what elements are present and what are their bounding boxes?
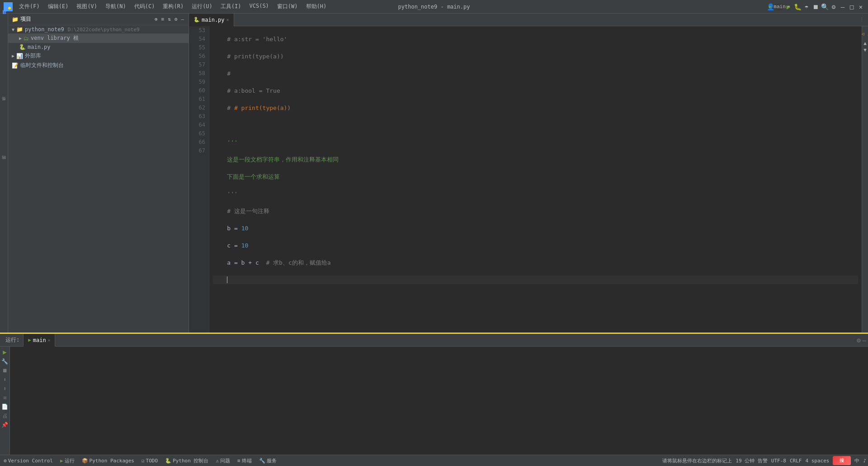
scroll-start-button[interactable]: ⬆	[3, 385, 6, 392]
status-run[interactable]: ▶ 运行	[58, 457, 76, 464]
version-control-label: Version Control	[8, 458, 53, 464]
code-line-67	[213, 276, 858, 284]
python-console-label: Python 控制台	[173, 457, 208, 464]
maximize-button[interactable]: □	[848, 3, 855, 10]
status-terminal[interactable]: ≡ 终端	[236, 457, 254, 464]
app-icon	[4, 2, 13, 11]
settings-tree-button[interactable]: ⚙	[174, 16, 179, 22]
venv-icon: 🗂	[24, 35, 29, 42]
run-tab-close[interactable]: ✕	[48, 338, 50, 342]
svg-point-1	[8, 7, 11, 10]
close-button[interactable]: ✕	[857, 3, 864, 10]
bottom-hide-button[interactable]: —	[863, 337, 866, 344]
tab-mainpy[interactable]: 🐍 main.py ✕	[189, 14, 234, 26]
run-config-toolbar[interactable]: ▶ main ▼	[776, 3, 783, 10]
tab-python-icon: 🐍	[193, 17, 200, 23]
gutter-arrow-down[interactable]: ▼	[863, 47, 867, 53]
python-console-icon: 🐍	[165, 458, 171, 464]
gutter-arrow-up[interactable]: ▲	[863, 40, 867, 46]
tree-item-venv[interactable]: ▶ 🗂 venv library 根	[8, 33, 189, 43]
tree-item-scratches[interactable]: 📝 临时文件和控制台	[8, 61, 189, 70]
encoding-label[interactable]: UTF-8	[771, 458, 786, 464]
run-tab-icon: ▶	[28, 337, 31, 343]
minimize-button[interactable]: —	[839, 3, 846, 10]
tree-item-root[interactable]: ▼ 📁 python_note9 D:\2022code\python_note…	[8, 25, 189, 33]
stop-run-button[interactable]: ⏹	[2, 367, 8, 374]
line-numbers: 53 54 55 56 57 58 59 60 61 62 63 64 65 6…	[189, 26, 209, 333]
wrap-output-button[interactable]: ≡	[3, 395, 6, 401]
code-content[interactable]: # a:str = 'hello' # print(type(a)) # # a…	[209, 26, 862, 333]
print-output-button[interactable]: 🖨	[2, 413, 8, 419]
status-services[interactable]: 🔧 服务	[257, 457, 278, 464]
hide-tree-button[interactable]: —	[180, 16, 185, 22]
tree-item-mainpy[interactable]: 🐍 main.py	[8, 43, 189, 51]
coverage-button[interactable]: ☂	[803, 3, 810, 10]
run-status-icon: ▶	[60, 458, 63, 464]
folder-icon: 📁	[16, 26, 23, 33]
expand-icon: ▼	[12, 27, 14, 32]
rerun-button[interactable]: 🔧	[1, 358, 8, 365]
menu-help[interactable]: 帮助(H)	[302, 2, 330, 11]
menu-navigate[interactable]: 导航(N)	[102, 2, 130, 11]
window-controls: 👤 ▶ main ▼ ▶ 🐛 ☂ ⏹ 🔍 ⚙ — □ ✕	[767, 3, 864, 10]
python-file-icon: 🐍	[19, 44, 26, 50]
todo-icon: ☑	[142, 458, 145, 464]
svg-point-0	[5, 4, 8, 7]
editor-tabs: 🐍 main.py ✕ ⋮	[189, 14, 868, 26]
code-line-64: b = 10	[213, 224, 858, 233]
main-layout: 项目 书签 结构 📁 项目 ⊕ ≡ ⇅ ⚙ — ▼ 📁 python_note9…	[0, 14, 868, 333]
locate-button[interactable]: ⊕	[154, 16, 159, 22]
project-icon[interactable]: 项目	[0, 15, 8, 19]
status-todo[interactable]: ☑ TODO	[140, 458, 160, 464]
menu-run[interactable]: 运行(U)	[188, 2, 216, 11]
status-problems[interactable]: ⚠ 问题	[214, 457, 232, 464]
tab-filename: main.py	[202, 17, 225, 23]
status-python-console[interactable]: 🐍 Python 控制台	[163, 457, 210, 464]
menu-window[interactable]: 窗口(W)	[274, 2, 302, 11]
scroll-end-button[interactable]: ⬇	[3, 376, 6, 383]
tree-item-external[interactable]: ▶ 📊 外部库	[8, 51, 189, 61]
terminal-area[interactable]	[10, 347, 868, 455]
menu-file[interactable]: 文件(F)	[15, 2, 43, 11]
code-line-54: # print(type(a))	[213, 52, 858, 61]
menu-view[interactable]: 视图(V)	[73, 2, 101, 11]
scratches-icon: 📝	[12, 62, 19, 69]
settings-button[interactable]: ⚙	[830, 3, 837, 10]
menu-vcs[interactable]: VCS(S)	[246, 2, 273, 11]
code-line-62: '''	[213, 190, 858, 198]
editor-more-button[interactable]: ⋮	[859, 17, 864, 23]
line-col-info: 19 公钟 告警	[736, 457, 768, 464]
status-python-packages[interactable]: 📦 Python Packages	[80, 458, 136, 464]
left-sidebar-icons: 项目 书签 结构	[0, 14, 8, 333]
code-editor[interactable]: 53 54 55 56 57 58 59 60 61 62 63 64 65 6…	[189, 26, 868, 333]
copy-output-button[interactable]: 📄	[1, 404, 8, 410]
collapse-button[interactable]: ≡	[160, 16, 165, 22]
status-version-control[interactable]: ⚙ Version Control	[2, 458, 55, 464]
run-button[interactable]: ▶	[785, 3, 792, 10]
run-again-button[interactable]: ▶	[3, 348, 6, 356]
tab-close-button[interactable]: ✕	[226, 17, 229, 22]
window-title: python_note9 - main.py	[398, 4, 470, 10]
stop-button[interactable]: ⏹	[812, 3, 819, 10]
menu-tools[interactable]: 工具(I)	[217, 2, 245, 11]
code-line-66: a = b + c # 求b、c的和，赋值给a	[213, 258, 858, 267]
bottom-content: ▶ 🔧 ⏹ ⬇ ⬆ ≡ 📄 🖨 📌	[0, 347, 868, 455]
expand-icon-venv: ▶	[19, 36, 22, 41]
search-button[interactable]: 🔍	[821, 3, 828, 10]
indent-label[interactable]: 4 spaces	[805, 458, 829, 464]
code-line-61: 下面是一个求和运算	[213, 172, 858, 181]
bottom-settings-button[interactable]: ⚙	[857, 337, 860, 344]
menu-edit[interactable]: 编辑(E)	[44, 2, 72, 11]
menu-code[interactable]: 代码(C)	[131, 2, 159, 11]
code-line-53: # a:str = 'hello'	[213, 35, 858, 43]
project-label: 项目	[20, 15, 152, 23]
sort-button[interactable]: ⇅	[167, 16, 172, 22]
pin-output-button[interactable]: 📌	[1, 422, 8, 428]
bottom-panel: 运行: ▶ main ✕ ⚙ — ▶ 🔧 ⏹ ⬇ ⬆ ≡ 📄 🖨 📌	[0, 333, 868, 455]
debug-button[interactable]: 🐛	[794, 3, 801, 10]
menu-refactor[interactable]: 重构(R)	[159, 2, 187, 11]
problems-icon: ⚠	[216, 458, 219, 464]
tab-main-run[interactable]: ▶ main ✕	[23, 334, 55, 347]
status-right: 请将鼠标悬停在右边栏的标记上 19 公钟 告警 UTF-8 CRLF 4 spa…	[662, 456, 866, 465]
line-ending-label[interactable]: CRLF	[790, 458, 802, 464]
